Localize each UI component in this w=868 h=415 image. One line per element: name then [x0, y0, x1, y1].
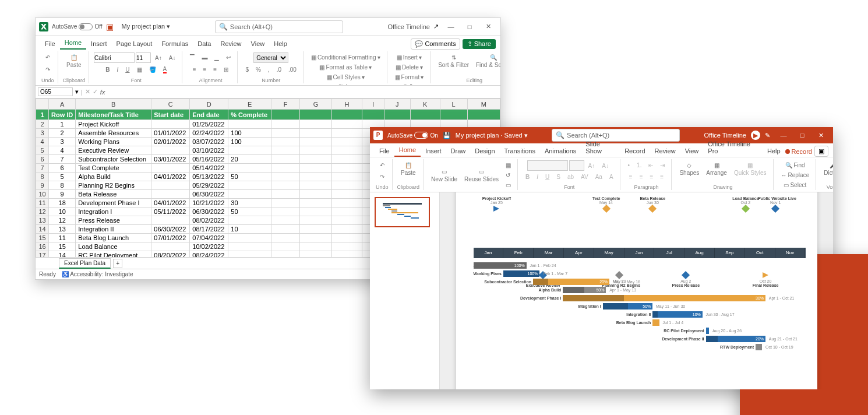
format-cells-button[interactable]: ▦ Format ▾	[392, 72, 427, 82]
reuse-slides-button[interactable]: ▭Reuse Slides	[461, 167, 502, 184]
task-bar[interactable]: 20%	[533, 279, 609, 285]
header-cell[interactable]: Start date	[151, 110, 190, 120]
tab-view[interactable]: View	[246, 38, 270, 50]
section-button[interactable]: ▭	[503, 180, 514, 190]
tab-help[interactable]: Help	[269, 38, 292, 50]
cell-styles-button[interactable]: ▦ Cell Styles ▾	[324, 72, 368, 82]
task-bar[interactable]: 50%	[603, 303, 653, 310]
col-header[interactable]: D	[190, 99, 228, 110]
col-header[interactable]: H	[331, 99, 362, 110]
milestone-marker[interactable]: Test CompleteMay 14	[589, 196, 624, 213]
layout-button[interactable]: ▦	[503, 160, 514, 170]
paste-button[interactable]: 📋Paste	[398, 160, 419, 178]
font-color-button[interactable]: A	[160, 64, 170, 75]
gantt-task-row[interactable]: Subcontractor Selection20%Mar 1 - May 16	[474, 278, 806, 286]
autosave-toggle[interactable]: AutoSave Off	[52, 23, 103, 30]
arrow-icon[interactable]: ↗	[433, 23, 439, 30]
close-button[interactable]: ✕	[479, 20, 497, 33]
font-size-input[interactable]	[136, 52, 151, 63]
paste-button[interactable]: 📋Paste	[63, 52, 84, 70]
milestone-marker[interactable]: Beta ReleaseJun 30	[635, 196, 670, 213]
name-box[interactable]	[38, 87, 73, 96]
fill-color-button[interactable]: 🪣	[146, 65, 159, 75]
row-header[interactable]: 8	[36, 173, 49, 181]
insert-cells-button[interactable]: ▦ Insert ▾	[394, 52, 425, 62]
header-cell[interactable]: Milestone/Task Title	[76, 110, 151, 120]
formula-input[interactable]	[107, 87, 498, 97]
gantt-task-row[interactable]: Development Phase I30%Apr 1 - Oct 21	[474, 294, 806, 302]
undo-button[interactable]: ↶	[377, 160, 387, 170]
row-header[interactable]: 1	[36, 110, 49, 120]
task-bar[interactable]: 20%	[706, 336, 766, 342]
gantt-task-row[interactable]: Beta Blog LaunchJul 1 - Jul 4	[474, 319, 806, 326]
find-select-button[interactable]: 🔍Find & Select	[473, 52, 500, 70]
task-bar[interactable]	[756, 344, 762, 350]
tab-transitions[interactable]: Transitions	[500, 145, 540, 157]
minimize-button[interactable]: —	[775, 129, 792, 142]
row-header[interactable]: 9	[36, 181, 49, 190]
office-timeline-addin[interactable]: Office Timeline	[387, 23, 430, 30]
align-right-button[interactable]: ≡	[210, 65, 220, 75]
arrange-button[interactable]: ▦Arrange	[703, 160, 730, 178]
gantt-task-row[interactable]: Working Plans100%Feb 1 - Mar 7	[474, 270, 806, 277]
milestone-marker[interactable]: Public Website LiveNov 1	[758, 196, 793, 213]
row-header[interactable]: 13	[36, 216, 49, 225]
row-header[interactable]: 5	[36, 146, 49, 155]
tab-formulas[interactable]: Formulas	[157, 38, 193, 50]
font-name-input[interactable]	[94, 52, 135, 63]
bold-button[interactable]: B	[103, 65, 112, 75]
minimize-button[interactable]: —	[442, 20, 460, 33]
align-middle-button[interactable]: ▬	[199, 52, 210, 62]
tab-insert[interactable]: Insert	[421, 145, 446, 157]
row-header[interactable]: 16	[36, 242, 49, 251]
header-cell[interactable]: End date	[190, 110, 228, 120]
quick-styles-button[interactable]: ▦Quick Styles	[731, 160, 770, 178]
task-bar[interactable]: 30%	[563, 295, 765, 301]
maximize-button[interactable]: □	[793, 129, 811, 142]
pen-icon[interactable]: ✎	[765, 132, 770, 139]
tab-animations[interactable]: Animations	[540, 145, 581, 157]
new-slide-button[interactable]: ▭New Slide	[428, 167, 460, 184]
gantt-task-row[interactable]: Assemble Resources100%Jan 1 - Feb 24	[474, 262, 806, 269]
col-header[interactable]: G	[300, 99, 332, 110]
shapes-button[interactable]: ◇Shapes	[676, 160, 702, 178]
sort-filter-button[interactable]: ⇅Sort & Filter	[435, 52, 472, 70]
find-button[interactable]: 🔍 Find	[782, 160, 807, 170]
search-box[interactable]: 🔍 Search (Alt+Q)	[215, 20, 343, 33]
align-top-button[interactable]: ▔	[187, 52, 197, 62]
add-sheet-button[interactable]: +	[113, 259, 122, 268]
dropdown-icon[interactable]: ▾	[75, 88, 79, 96]
percent-button[interactable]: %	[253, 65, 264, 75]
row-header[interactable]: 14	[36, 225, 49, 234]
tab-view[interactable]: View	[680, 145, 704, 157]
fx-icon[interactable]: fx	[100, 89, 105, 96]
row-header[interactable]: 15	[36, 234, 49, 242]
tab-review[interactable]: Review	[216, 38, 246, 50]
task-bar[interactable]: 100%	[503, 270, 540, 277]
header-cell[interactable]: % Complete	[228, 110, 271, 120]
document-title[interactable]: My project plan ▾	[122, 23, 171, 30]
tab-review[interactable]: Review	[650, 145, 680, 157]
row-header[interactable]: 12	[36, 207, 49, 216]
col-header[interactable]: J	[384, 99, 410, 110]
row-header[interactable]: 4	[36, 138, 49, 146]
milestone-marker[interactable]: Project KickoffJan 25	[479, 196, 514, 213]
format-as-table-button[interactable]: ▦ Format as Table ▾	[316, 62, 375, 72]
align-bottom-button[interactable]: ▁	[211, 52, 222, 62]
comments-button[interactable]: 💬 Comments	[411, 38, 460, 50]
col-header[interactable]: M	[467, 99, 500, 110]
maximize-button[interactable]: □	[461, 20, 478, 33]
record-button[interactable]: Record	[785, 148, 812, 155]
col-header[interactable]: C	[151, 99, 190, 110]
row-header[interactable]: 3	[36, 129, 49, 138]
sheet-tab[interactable]: Excel Plan Data	[59, 258, 111, 269]
replace-button[interactable]: ↔ Replace	[778, 170, 813, 180]
reset-button[interactable]: ↺	[503, 170, 514, 180]
number-format-select[interactable]: General	[253, 52, 288, 63]
col-header[interactable]: L	[440, 99, 467, 110]
row-header[interactable]: 2	[36, 120, 49, 129]
underline-button[interactable]: U	[122, 65, 132, 75]
task-bar[interactable]: 50%	[563, 287, 606, 293]
slide-canvas[interactable]: Project KickoffJan 25Test CompleteMay 14…	[456, 192, 817, 389]
col-header[interactable]: B	[76, 99, 151, 110]
